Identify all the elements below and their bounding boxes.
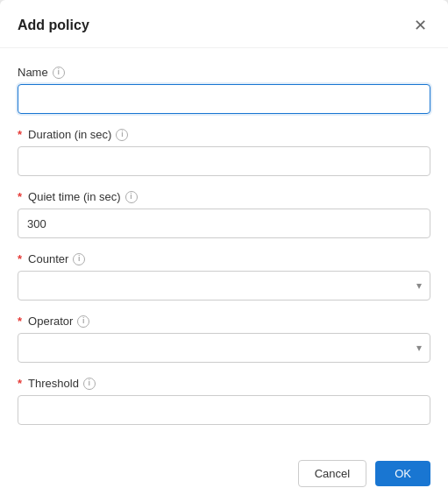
duration-input[interactable] [18,146,430,176]
threshold-label: * Threshold i [18,377,430,390]
quiet-time-info-icon: i [125,191,138,203]
operator-label: * Operator i [18,315,430,328]
quiet-time-input[interactable] [18,209,430,238]
threshold-required-marker: * [18,377,22,390]
dialog-title: Add policy [18,18,89,33]
operator-select[interactable] [18,333,430,363]
name-input[interactable] [18,84,430,114]
counter-info-icon: i [73,253,85,265]
operator-label-text: Operator [28,315,73,328]
dialog-body: Name i * Duration (in sec) i * Quiet tim… [0,48,448,448]
duration-label-text: Duration (in sec) [28,128,111,141]
threshold-info-icon: i [83,378,96,390]
close-button[interactable]: ✕ [410,16,430,35]
operator-info-icon: i [77,315,89,328]
duration-info-icon: i [116,129,128,141]
name-label-text: Name [18,66,48,79]
quiet-time-field-group: * Quiet time (in sec) i [18,190,430,238]
name-info-icon: i [53,67,65,79]
threshold-label-text: Threshold [28,377,79,390]
operator-field-group: * Operator i ▾ [18,315,430,363]
quiet-time-label-text: Quiet time (in sec) [28,190,120,203]
counter-label: * Counter i [18,252,430,265]
quiet-time-label: * Quiet time (in sec) i [18,190,430,203]
duration-required-marker: * [18,128,22,141]
counter-select[interactable] [18,271,430,301]
dialog-footer: Cancel OK [0,448,448,488]
counter-select-wrapper: ▾ [18,271,430,301]
duration-field-group: * Duration (in sec) i [18,128,430,176]
operator-select-wrapper: ▾ [18,333,430,363]
duration-label: * Duration (in sec) i [18,128,430,141]
name-label: Name i [18,66,430,79]
dialog-header: Add policy ✕ [0,0,448,48]
threshold-input[interactable] [18,395,430,425]
ok-button[interactable]: OK [375,461,430,486]
add-policy-dialog: Add policy ✕ Name i * Duration (in sec) … [0,0,448,488]
counter-field-group: * Counter i ▾ [18,252,430,301]
counter-required-marker: * [18,252,22,265]
counter-label-text: Counter [28,252,68,265]
threshold-field-group: * Threshold i [18,377,430,425]
name-field-group: Name i [18,66,430,114]
quiet-time-required-marker: * [18,190,22,203]
cancel-button[interactable]: Cancel [298,460,366,487]
close-icon: ✕ [414,18,427,33]
operator-required-marker: * [18,315,22,328]
